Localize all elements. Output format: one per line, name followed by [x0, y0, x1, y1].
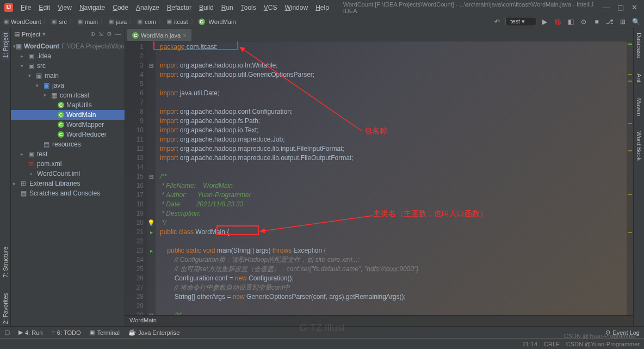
left-tab[interactable]: 7: Structure — [1, 244, 10, 280]
project-sidebar: ▤ Project ▾ ⊕ ⇲ ⚙ — ▾▣WordCount F:\IDEA … — [11, 28, 125, 326]
profile-button[interactable]: ⊙ — [579, 17, 589, 27]
editor-breadcrumb[interactable]: WordMain — [125, 315, 633, 326]
tree-item[interactable]: ▦Scratches and Consoles — [11, 188, 125, 198]
right-tab[interactable]: Ant — [635, 71, 643, 85]
menubar: FileEditViewNavigateCodeAnalyzeRefactorB… — [17, 3, 332, 13]
tree-item[interactable]: ▸▣.idea — [11, 51, 125, 61]
tree-item[interactable]: ▫WordCount.iml — [11, 169, 125, 179]
breadcrumb-item[interactable]: WordMain — [209, 19, 236, 25]
project-icon: ▤ — [14, 30, 20, 38]
menu-window[interactable]: Window — [281, 3, 311, 13]
tree-item[interactable]: ▾▣java — [11, 81, 125, 90]
menu-navigate[interactable]: Navigate — [76, 3, 108, 13]
menu-file[interactable]: File — [17, 3, 34, 13]
tree-item[interactable]: CMapUtils — [11, 100, 125, 110]
java-ee-tool-button[interactable]: ☕ Java Enterprise — [128, 329, 179, 336]
tree-item[interactable]: ▾▦com.itcast — [11, 90, 125, 100]
todo-tool-button[interactable]: ≡ 6: TODO — [51, 329, 81, 336]
menu-edit[interactable]: Edit — [35, 3, 53, 13]
run-tool-button[interactable]: ▶ 4: Run — [18, 329, 42, 336]
run-button[interactable]: ▶ — [540, 17, 549, 27]
right-tab[interactable]: Maven — [635, 96, 643, 118]
menu-build[interactable]: Build — [196, 3, 217, 13]
error-stripe — [627, 41, 633, 315]
editor-tab[interactable]: C WordMain.java × — [127, 29, 191, 41]
sidebar-title: Project — [22, 31, 40, 38]
layout-button[interactable]: ▢ — [4, 329, 10, 336]
tree-root[interactable]: ▾▣WordCount F:\IDEA Projects\WordCount — [11, 41, 125, 51]
breadcrumb-item[interactable]: WordCount — [11, 19, 41, 25]
code-text[interactable]: package com.itcast; import org.apache.ha… — [156, 41, 627, 315]
structure-button[interactable]: ⊞ — [618, 17, 628, 27]
breadcrumb-item[interactable]: com — [145, 19, 156, 25]
stop-button[interactable]: ■ — [592, 17, 602, 27]
tree-item[interactable]: ▤resources — [11, 139, 125, 149]
select-opened-button[interactable]: ⊕ — [90, 30, 95, 38]
maximize-button[interactable]: ▢ — [617, 3, 624, 11]
nav-toolbar: ▣WordCount〉▣src〉▣main〉▣java〉▣com〉▣itcast… — [0, 15, 644, 28]
menu-code[interactable]: Code — [109, 3, 132, 13]
tree-item[interactable]: CWordMapper — [11, 120, 125, 130]
breadcrumb-item[interactable]: src — [59, 19, 67, 25]
left-tab[interactable]: 1: Project — [1, 30, 10, 60]
annotation-text-2: 主类名（主函数，也叫入口函数） — [373, 209, 487, 218]
app-logo: IJ — [4, 3, 13, 12]
tree-item[interactable]: CWordReducer — [11, 130, 125, 139]
tree-item[interactable]: ▸⊞External Libraries — [11, 179, 125, 188]
editor-tabs: C WordMain.java × — [125, 28, 633, 41]
tree-item[interactable]: ▾▣main — [11, 71, 125, 81]
window-title: WordCount [F:\IDEA Projects\WordCount] -… — [343, 1, 603, 14]
menu-refactor[interactable]: Refactor — [164, 3, 195, 13]
titlebar: IJ FileEditViewNavigateCodeAnalyzeRefact… — [0, 0, 644, 15]
tree-item[interactable]: CWordMain — [11, 110, 125, 120]
run-config-dropdown[interactable]: test ▾ — [505, 17, 536, 26]
tree-item[interactable]: ▾▣src — [11, 61, 125, 71]
close-tab-icon[interactable]: × — [183, 32, 186, 39]
left-tool-strip: 1: Project7: Structure2: Favorites — [0, 28, 11, 326]
editor-area: C WordMain.java × 1234567891011121314151… — [125, 28, 633, 326]
left-tab[interactable]: 2: Favorites — [1, 291, 10, 326]
right-tool-strip: DatabaseAntMavenWord Book — [633, 28, 644, 326]
back-button[interactable]: ↶ — [492, 17, 502, 27]
line-separator[interactable]: CRLF — [544, 341, 560, 347]
right-tab[interactable]: Database — [635, 30, 643, 60]
breadcrumb-item[interactable]: itcast — [174, 19, 188, 25]
menu-vcs[interactable]: VCS — [261, 3, 281, 13]
tree-item[interactable]: mpom.xml — [11, 159, 125, 169]
breadcrumb-item[interactable]: java — [116, 19, 127, 25]
sidebar-header: ▤ Project ▾ ⊕ ⇲ ⚙ — — [11, 28, 125, 40]
debug-button[interactable]: 🐞 — [553, 17, 562, 27]
marker-gutter: ⊟⊟💡▸▸⊟ — [147, 41, 156, 315]
vcs-button[interactable]: ⎇ — [605, 17, 615, 27]
menu-analyze[interactable]: Analyze — [133, 3, 163, 13]
collapse-button[interactable]: ⇲ — [98, 30, 103, 38]
breadcrumb-item[interactable]: main — [85, 19, 98, 25]
menu-view[interactable]: View — [54, 3, 75, 13]
sidebar-dropdown[interactable]: ▾ — [42, 30, 46, 38]
menu-help[interactable]: Help — [312, 3, 332, 13]
status-extra: CSDN @Yuan-Programmer — [566, 341, 640, 347]
event-log-button[interactable]: ⊙ Event Log — [605, 329, 640, 336]
close-button[interactable]: ✕ — [631, 3, 637, 11]
search-button[interactable]: 🔍 — [631, 17, 641, 27]
annotation-text-1: 包名称 — [364, 126, 387, 136]
menu-tools[interactable]: Tools — [238, 3, 259, 13]
code-area[interactable]: 1234567891011121314151617181920212223242… — [125, 41, 633, 315]
minimize-button[interactable]: — — [603, 3, 610, 11]
tree-item[interactable]: ▸▣test — [11, 149, 125, 159]
tab-label: WordMain.java — [141, 32, 181, 39]
class-icon: C — [132, 32, 139, 39]
statusbar: 21:14 CRLF CSDN @Yuan-Programmer — [0, 338, 644, 349]
bottom-toolbar: ▢ ▶ 4: Run ≡ 6: TODO ▣ Terminal ☕ Java E… — [0, 326, 644, 338]
right-tab[interactable]: Word Book — [635, 129, 643, 163]
coverage-button[interactable]: ◧ — [566, 17, 575, 27]
hide-button[interactable]: — — [115, 30, 121, 38]
window-buttons: — ▢ ✕ — [603, 3, 637, 11]
line-gutter: 1234567891011121314151617181920212223242… — [125, 41, 147, 315]
cursor-position: 21:14 — [522, 341, 537, 347]
menu-run[interactable]: Run — [218, 3, 237, 13]
breadcrumb: ▣WordCount〉▣src〉▣main〉▣java〉▣com〉▣itcast… — [3, 17, 236, 26]
settings-button[interactable]: ⚙ — [107, 30, 112, 38]
terminal-tool-button[interactable]: ▣ Terminal — [89, 329, 120, 336]
project-tree: ▾▣WordCount F:\IDEA Projects\WordCount▸▣… — [11, 40, 125, 326]
